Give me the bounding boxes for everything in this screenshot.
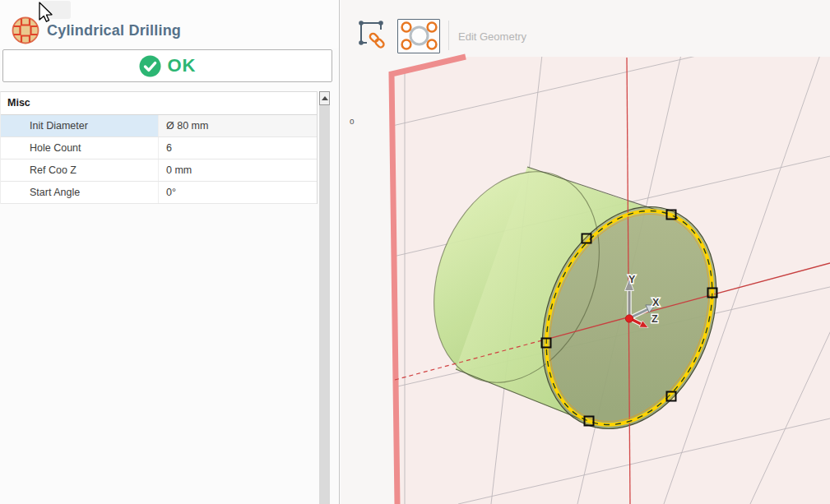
prop-label: Hole Count [1,137,159,159]
prop-label: Ref Coo Z [1,160,159,181]
prop-value[interactable]: 0° [159,182,317,203]
toolbar-divider [448,21,449,50]
scrollbar-up-button[interactable] [319,91,330,105]
ok-button-label: OK [168,55,197,76]
hole-handle[interactable] [708,289,717,298]
page-title: Cylindrical Drilling [47,22,181,39]
link-geometry-button[interactable] [355,17,392,52]
axis-label-x: X [652,297,660,308]
ok-button[interactable]: OK [2,49,332,82]
prop-value[interactable]: 0 mm [159,160,317,181]
properties-panel: Cylindrical Drilling OK Misc Init Diamet… [0,0,340,504]
ok-check-icon [139,55,161,77]
hole-handle[interactable] [585,417,594,426]
origin-marker-text: o [350,117,355,126]
hole-pattern-button[interactable] [397,19,440,53]
panel-scrollbar[interactable] [319,91,330,504]
hole-handle[interactable] [542,339,551,348]
viewport-3d: Y X Z o [341,0,830,504]
prop-label: Start Angle [1,182,159,203]
mouse-cursor [33,0,58,25]
origin-point [625,315,633,322]
section-header-misc[interactable]: Misc [1,92,317,115]
link-geometry-icon [355,17,392,52]
scene-3d[interactable]: Y X Z o [341,0,830,504]
axis-label-z: Z [651,313,658,325]
prop-label: Init Diameter [1,115,159,136]
viewport-toolbar: Edit Geometry [341,0,830,58]
prop-row-start-angle[interactable]: Start Angle 0° [1,182,317,204]
prop-row-hole-count[interactable]: Hole Count 6 [1,137,317,160]
application-window: Cylindrical Drilling OK Misc Init Diamet… [0,0,830,504]
hole-handle[interactable] [582,234,591,243]
axis-label-y: Y [628,274,636,285]
hole-pattern-icon [399,20,439,52]
prop-value[interactable]: 6 [159,137,317,159]
edit-geometry-label: Edit Geometry [458,30,526,43]
prop-row-ref-coo-z[interactable]: Ref Coo Z 0 mm [1,160,317,182]
prop-row-init-diameter[interactable]: Init Diameter Ø 80 mm [1,115,317,137]
prop-value[interactable]: Ø 80 mm [159,115,317,136]
property-table: Misc Init Diameter Ø 80 mm Hole Count 6 … [0,91,318,204]
hole-handle[interactable] [667,392,676,401]
up-arrow-icon [322,96,328,100]
hole-handle[interactable] [667,210,676,220]
